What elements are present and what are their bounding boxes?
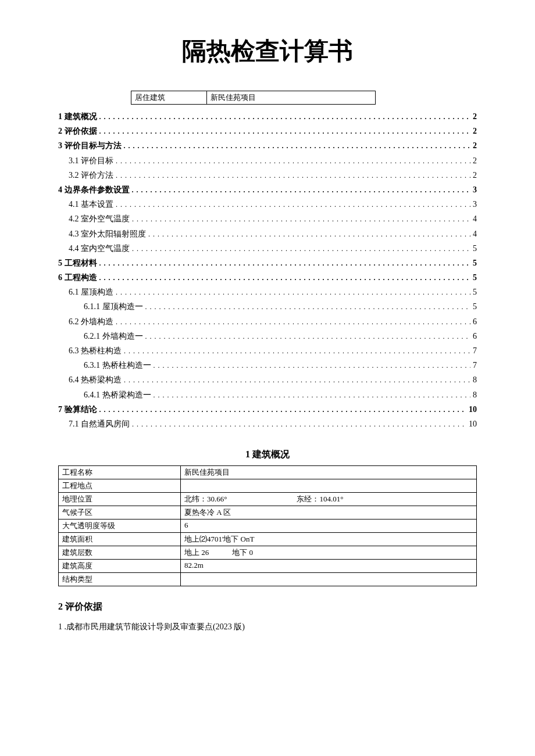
- toc-item: 4.4 室内空气温度5: [58, 241, 477, 256]
- toc-item: 3 评价目标与方法2: [58, 138, 477, 153]
- toc-label: 4.1 基本设置: [69, 197, 113, 212]
- table-of-contents: 1 建筑概况2 2 评价依据2 3 评价目标与方法2 3.1 评价目标2 3.2…: [58, 109, 477, 431]
- row-value: 地上⑵4701'地下 OnT: [181, 533, 477, 546]
- toc-page: 2: [473, 168, 477, 182]
- toc-dots: [132, 243, 470, 251]
- toc-page: 7: [473, 343, 477, 358]
- toc-dots: [99, 404, 467, 412]
- table-row: 工程名称新民佳苑项目: [59, 466, 477, 479]
- row-value: 北纬：30.66°东经：104.01°: [181, 493, 477, 506]
- toc-dots: [116, 286, 470, 295]
- table-row: 结构类型: [59, 573, 477, 586]
- toc-item: 3.2 评价方法2: [58, 168, 477, 182]
- header-type-cell: 居住建筑: [131, 91, 207, 105]
- toc-item: 2 评价依据2: [58, 124, 477, 138]
- toc-page: 3: [473, 197, 477, 212]
- row-label: 建筑层数: [59, 546, 181, 560]
- table-row: 大气透明度等级6: [59, 519, 477, 533]
- toc-page: 7: [473, 358, 477, 372]
- toc-label: 5 工程材料: [58, 256, 97, 270]
- table-row: 地理位置北纬：30.66°东经：104.01°: [59, 493, 477, 506]
- toc-page: 10: [469, 417, 477, 431]
- toc-label: 6.1 屋顶构造: [69, 285, 113, 299]
- toc-item: 1 建筑概况2: [58, 109, 477, 124]
- toc-item: 3.1 评价目标2: [58, 153, 477, 168]
- toc-page: 4: [473, 227, 477, 241]
- table-row: 工程地点: [59, 479, 477, 493]
- toc-item: 6.1 屋顶构造5: [58, 285, 477, 299]
- row-value: 夏热冬冷 A 区: [181, 506, 477, 519]
- section-2-heading: 2 评价依据: [58, 601, 477, 613]
- toc-page: 5: [473, 270, 477, 285]
- toc-label: 6.2.1 外墙构造一: [84, 329, 143, 343]
- row-label: 工程名称: [59, 466, 181, 479]
- toc-item: 4.1 基本设置3: [58, 197, 477, 212]
- toc-item: 6.4 热桥梁构造8: [58, 372, 477, 387]
- toc-page: 5: [473, 285, 477, 299]
- toc-item: 6.4.1 热桥梁构造一8: [58, 388, 477, 402]
- row-value: [181, 573, 477, 586]
- row-label: 建筑面积: [59, 533, 181, 546]
- toc-dots: [154, 389, 471, 397]
- toc-page: 4: [473, 212, 477, 226]
- toc-label: 6.4 热桥梁构造: [69, 372, 122, 387]
- toc-item: 7.1 自然通风房间10: [58, 417, 477, 431]
- toc-label: 3 评价目标与方法: [58, 138, 122, 153]
- toc-label: 3.1 评价目标: [69, 153, 113, 168]
- toc-page: 5: [473, 299, 477, 314]
- toc-page: 8: [473, 372, 477, 387]
- toc-dots: [116, 170, 470, 178]
- document-title: 隔热检查计算书: [58, 35, 477, 67]
- toc-dots: [132, 184, 471, 192]
- row-label: 建筑高度: [59, 560, 181, 573]
- toc-label: 4 边界条件参数设置: [58, 182, 130, 197]
- row-label: 大气透明度等级: [59, 519, 181, 533]
- row-label: 气候子区: [59, 506, 181, 519]
- toc-page: 10: [469, 402, 477, 417]
- toc-label: 6.1.1 屋顶构造一: [84, 299, 143, 314]
- table-row: 建筑面积地上⑵4701'地下 OnT: [59, 533, 477, 546]
- basis-item-1: 1 .成都市民用建筑节能设计导则及审查要点(2023 版): [58, 622, 477, 632]
- row-value: 82.2m: [181, 560, 477, 573]
- toc-dots: [124, 345, 470, 353]
- toc-item: 4.3 室外太阳辐射照度4: [58, 227, 477, 241]
- building-overview-table: 工程名称新民佳苑项目 工程地点 地理位置北纬：30.66°东经：104.01° …: [58, 465, 477, 586]
- header-table: 居住建筑 新民佳苑项目: [131, 91, 376, 105]
- toc-dots: [99, 257, 471, 266]
- toc-label: 4.3 室外太阳辐射照度: [69, 227, 146, 241]
- row-label: 结构类型: [59, 573, 181, 586]
- table-row: 建筑高度82.2m: [59, 560, 477, 573]
- longitude: 东经：104.01°: [297, 494, 343, 504]
- toc-page: 5: [473, 256, 477, 270]
- toc-label: 6.4.1 热桥梁构造一: [84, 388, 151, 402]
- toc-label: 7 验算结论: [58, 402, 97, 417]
- toc-page: 2: [473, 138, 477, 153]
- toc-dots: [154, 360, 471, 368]
- latitude: 北纬：30.66°: [184, 494, 227, 504]
- toc-page: 2: [473, 124, 477, 138]
- toc-dots: [99, 111, 471, 119]
- toc-item: 6 工程构造5: [58, 270, 477, 285]
- row-value: 6: [181, 519, 477, 533]
- toc-dots: [132, 418, 466, 427]
- row-label: 工程地点: [59, 479, 181, 493]
- table-row: 气候子区夏热冬冷 A 区: [59, 506, 477, 519]
- toc-dots: [124, 140, 471, 148]
- toc-label: 6.2 外墙构造: [69, 314, 113, 329]
- toc-item: 5 工程材料5: [58, 256, 477, 270]
- row-value: [181, 479, 477, 493]
- toc-label: 6.3.1 热桥柱构造一: [84, 358, 151, 372]
- toc-label: 6.3 热桥柱构造: [69, 343, 122, 358]
- toc-label: 1 建筑概况: [58, 109, 97, 124]
- toc-page: 5: [473, 241, 477, 256]
- toc-label: 7.1 自然通风房间: [69, 417, 130, 431]
- section-1-heading: 1 建筑概况: [58, 449, 477, 461]
- toc-label: 3.2 评价方法: [69, 168, 113, 182]
- toc-dots: [132, 213, 470, 221]
- toc-page: 6: [473, 329, 477, 343]
- row-value: 地上 26地下 0: [181, 546, 477, 560]
- floors-below: 地下 0: [232, 547, 253, 558]
- toc-label: 4.2 室外空气温度: [69, 212, 130, 226]
- row-label: 地理位置: [59, 493, 181, 506]
- toc-dots: [145, 331, 471, 339]
